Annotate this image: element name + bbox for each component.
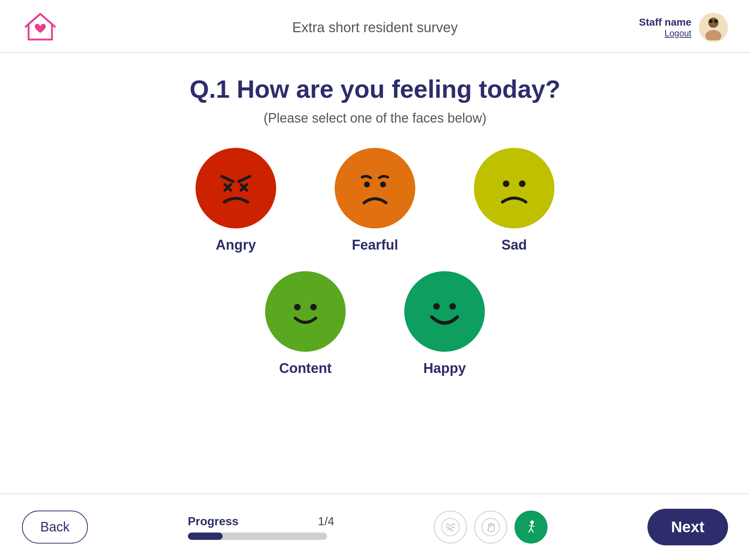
emotion-fearful[interactable]: Fearful bbox=[335, 148, 415, 253]
back-button[interactable]: Back bbox=[22, 511, 88, 544]
svg-point-3 bbox=[714, 19, 718, 23]
progress-count: 1/4 bbox=[318, 515, 334, 528]
svg-point-15 bbox=[310, 304, 317, 310]
question-title: Q.1 How are you feeling today? bbox=[37, 75, 713, 103]
emotions-row-2: Content Happy bbox=[265, 271, 485, 376]
question-number: Q.1 bbox=[190, 75, 230, 103]
sad-face bbox=[474, 148, 554, 228]
svg-point-17 bbox=[449, 303, 456, 310]
svg-point-11 bbox=[380, 182, 386, 187]
svg-line-22 bbox=[529, 529, 531, 532]
progress-bar-fill bbox=[188, 533, 223, 540]
main-content: Q.1 How are you feeling today? (Please s… bbox=[0, 53, 750, 376]
walking-icon-circle bbox=[515, 511, 547, 544]
emotion-content[interactable]: Content bbox=[265, 271, 346, 376]
progress-label: Progress bbox=[188, 515, 239, 528]
svg-point-13 bbox=[519, 180, 526, 187]
svg-point-19 bbox=[482, 518, 500, 536]
question-subtitle: (Please select one of the faces below) bbox=[37, 111, 713, 126]
sad-label: Sad bbox=[501, 237, 527, 253]
angry-face bbox=[196, 148, 276, 228]
emotion-angry[interactable]: Angry bbox=[196, 148, 276, 253]
svg-point-1 bbox=[705, 30, 721, 40]
angry-label: Angry bbox=[216, 237, 256, 253]
user-info: Staff name Logout bbox=[639, 13, 728, 42]
stress-icon-circle bbox=[434, 511, 467, 544]
emotions-grid: Angry Fearful bbox=[37, 148, 713, 376]
walking-icon bbox=[521, 518, 541, 537]
hands-icon bbox=[481, 518, 500, 537]
hands-icon-circle bbox=[474, 511, 507, 544]
svg-point-18 bbox=[442, 518, 459, 536]
footer: Back Progress 1/4 bbox=[0, 493, 750, 560]
emotion-happy[interactable]: Happy bbox=[404, 271, 485, 376]
progress-section: Progress 1/4 bbox=[188, 515, 334, 540]
fearful-face bbox=[335, 148, 415, 228]
user-text-block: Staff name Logout bbox=[639, 16, 691, 38]
happy-label: Happy bbox=[423, 361, 466, 376]
svg-point-10 bbox=[364, 182, 370, 187]
avatar bbox=[699, 13, 728, 42]
progress-bar-background bbox=[188, 533, 327, 540]
header: Extra short resident survey Staff name L… bbox=[0, 0, 750, 53]
emotions-row-1: Angry Fearful bbox=[196, 148, 554, 253]
question-text: How are you feeling today? bbox=[237, 75, 560, 103]
content-face bbox=[265, 271, 346, 352]
svg-line-5 bbox=[239, 176, 250, 182]
staff-name: Staff name bbox=[639, 16, 691, 28]
logo bbox=[22, 10, 59, 45]
survey-title: Extra short resident survey bbox=[292, 20, 458, 36]
svg-point-14 bbox=[294, 304, 301, 310]
content-label: Content bbox=[279, 361, 332, 376]
next-button[interactable]: Next bbox=[647, 509, 728, 545]
svg-point-20 bbox=[530, 520, 534, 524]
logo-icon bbox=[22, 10, 59, 45]
svg-line-4 bbox=[222, 176, 233, 182]
svg-line-24 bbox=[530, 526, 534, 526]
svg-point-12 bbox=[503, 180, 509, 187]
emotion-sad[interactable]: Sad bbox=[474, 148, 554, 253]
fearful-label: Fearful bbox=[352, 237, 398, 253]
happy-face bbox=[404, 271, 485, 352]
progress-header: Progress 1/4 bbox=[188, 515, 334, 528]
svg-point-2 bbox=[709, 19, 713, 23]
svg-line-23 bbox=[531, 529, 533, 532]
svg-point-16 bbox=[433, 303, 440, 310]
footer-icons bbox=[434, 511, 547, 544]
logout-link[interactable]: Logout bbox=[639, 28, 691, 38]
stress-icon bbox=[441, 518, 460, 537]
